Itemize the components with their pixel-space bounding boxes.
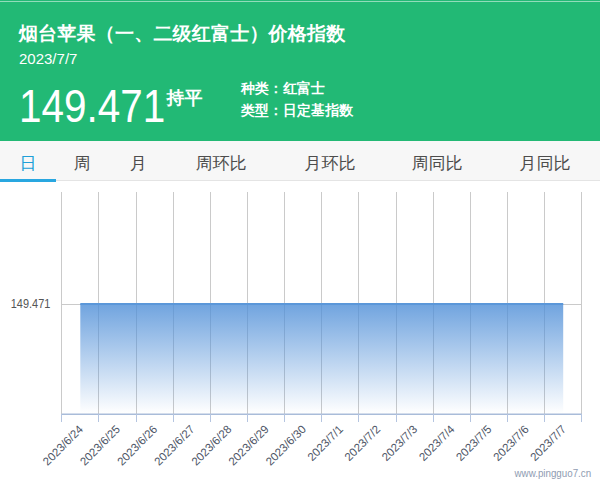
svg-text:2023/6/30: 2023/6/30 (263, 423, 308, 468)
svg-text:2023/7/4: 2023/7/4 (417, 423, 458, 464)
svg-text:2023/7/7: 2023/7/7 (528, 423, 568, 463)
svg-text:149.471: 149.471 (11, 297, 51, 311)
svg-text:2023/7/3: 2023/7/3 (379, 423, 419, 463)
svg-text:2023/7/1: 2023/7/1 (305, 423, 345, 463)
svg-text:2023/7/5: 2023/7/5 (454, 423, 494, 463)
svg-text:2023/7/2: 2023/7/2 (342, 423, 382, 463)
svg-text:2023/7/6: 2023/7/6 (491, 423, 531, 463)
